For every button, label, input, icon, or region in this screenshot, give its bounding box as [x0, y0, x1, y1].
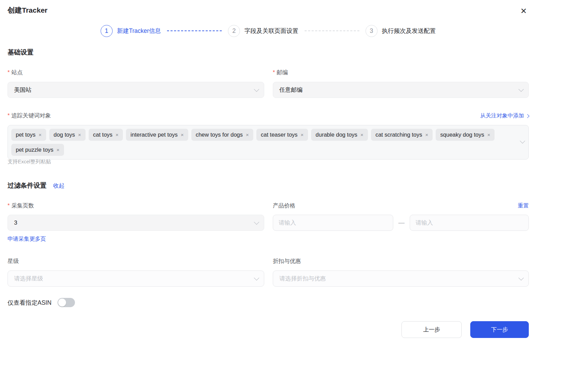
zipcode-select-wrap: 任意邮编 [273, 82, 529, 98]
chevron-down-icon [254, 87, 259, 92]
chevron-down-icon[interactable] [520, 138, 525, 143]
rating-field-label-row: 星级 [8, 257, 264, 265]
pages-select-value: 3 [14, 219, 254, 226]
discount-field-label-row: 折扣与优惠 [273, 257, 529, 265]
step-1-number: 1 [101, 25, 113, 37]
keywords-tag-input[interactable]: pet toys× dog toys× cat toys× interactiv… [8, 125, 529, 160]
keyword-tag: cat toys× [89, 129, 123, 141]
discount-select-wrap: 请选择折扣与优惠 [273, 271, 529, 287]
keyword-tag-label: chew toys for dogs [196, 131, 243, 138]
remove-tag-icon[interactable]: × [56, 147, 60, 152]
collapse-link[interactable]: 收起 [53, 183, 64, 189]
keyword-tag-label: cat teaser toys [261, 131, 297, 138]
keyword-tag: durable dog toys× [311, 129, 368, 141]
remove-tag-icon[interactable]: × [360, 132, 363, 137]
rating-select-placeholder: 请选择星级 [14, 275, 254, 282]
keyword-tag: interactive pet toys× [126, 129, 188, 141]
discount-label: 折扣与优惠 [273, 257, 529, 265]
request-more-pages-link[interactable]: 申请采集更多页 [8, 236, 46, 243]
basic-settings-heading: 基础设置 [8, 48, 34, 57]
add-from-watchlist-link[interactable]: 从关注对象中添加 [480, 112, 529, 120]
site-label: *站点 [8, 69, 264, 76]
keyword-tag: pet puzzle toys× [11, 144, 64, 156]
keyword-tag-label: dog toys [54, 131, 75, 138]
keyword-tag-label: cat scratching toys [375, 131, 422, 138]
price-max-input[interactable] [410, 215, 529, 231]
price-reset-link[interactable]: 重置 [518, 202, 529, 210]
site-select[interactable]: 美国站 [8, 82, 264, 98]
keyword-tag: cat scratching toys× [371, 129, 433, 141]
remove-tag-icon[interactable]: × [116, 132, 119, 137]
excel-paste-hint: 支持Excel整列粘贴 [8, 159, 51, 165]
chevron-right-icon [525, 114, 529, 118]
close-icon[interactable]: ✕ [517, 5, 530, 17]
dialog-footer: 上一步 下一步 [8, 321, 529, 338]
site-select-value: 美国站 [14, 86, 254, 94]
zipcode-field-label-row: *邮编 [273, 69, 529, 76]
chevron-down-icon [254, 219, 259, 225]
price-min-input[interactable] [273, 215, 393, 231]
price-range-wrap: — [273, 215, 529, 231]
pages-select[interactable]: 3 [8, 215, 264, 231]
keyword-tag: pet toys× [11, 129, 46, 141]
step-1: 1 新建Tracker信息 [101, 25, 161, 37]
step-2-number: 2 [228, 25, 240, 37]
asin-toggle-knob [58, 299, 66, 306]
rating-select[interactable]: 请选择星级 [8, 271, 264, 287]
remove-tag-icon[interactable]: × [487, 132, 490, 137]
asin-toggle[interactable] [57, 298, 75, 307]
keyword-tag-label: pet puzzle toys [16, 147, 53, 153]
prev-step-button[interactable]: 上一步 [401, 321, 462, 338]
step-3: 3 执行频次及发送配置 [366, 25, 436, 37]
discount-select-placeholder: 请选择折扣与优惠 [279, 275, 519, 282]
remove-tag-icon[interactable]: × [39, 132, 42, 137]
keywords-label-text: 追踪关键词对象 [11, 112, 51, 118]
keyword-tag-label: durable dog toys [316, 131, 357, 138]
keyword-tag-label: cat toys [93, 131, 113, 138]
zipcode-select[interactable]: 任意邮编 [273, 82, 529, 98]
keyword-tag-label: squeaky dog toys [440, 131, 484, 138]
site-label-text: 站点 [11, 69, 23, 75]
zipcode-label-text: 邮编 [277, 69, 288, 75]
pages-select-wrap: 3 [8, 215, 264, 231]
remove-tag-icon[interactable]: × [78, 132, 81, 137]
keyword-tag: squeaky dog toys× [436, 129, 495, 141]
stepper: 1 新建Tracker信息 2 字段及关联页面设置 3 执行频次及发送配置 [8, 23, 529, 38]
remove-tag-icon[interactable]: × [425, 132, 429, 137]
dialog-title: 创建Tracker [8, 5, 48, 15]
step-3-number: 3 [366, 25, 378, 37]
price-field-label-row: 产品价格 重置 [273, 202, 529, 210]
remove-tag-icon[interactable]: × [301, 132, 304, 137]
keyword-tag: cat teaser toys× [256, 129, 308, 141]
asin-toggle-label: 仅查看指定ASIN [8, 299, 51, 307]
pages-label-text: 采集页数 [11, 202, 34, 209]
keywords-label: *追踪关键词对象 [8, 112, 51, 120]
zipcode-label: *邮编 [273, 69, 529, 76]
remove-tag-icon[interactable]: × [181, 132, 184, 137]
discount-select[interactable]: 请选择折扣与优惠 [273, 271, 529, 287]
chevron-down-icon [254, 275, 259, 281]
required-marker: * [273, 70, 275, 75]
keywords-label-row: *追踪关键词对象 从关注对象中添加 [8, 112, 529, 120]
step-connector-2 [305, 30, 359, 31]
price-label: 产品价格 [273, 202, 295, 210]
add-from-watchlist-label: 从关注对象中添加 [480, 113, 524, 118]
keyword-tag: chew toys for dogs× [191, 129, 253, 141]
remove-tag-icon[interactable]: × [246, 132, 249, 137]
range-separator: — [393, 219, 410, 226]
rating-label: 星级 [8, 257, 264, 265]
filter-settings-heading: 过滤条件设置 收起 [8, 181, 64, 190]
chevron-down-icon [519, 87, 524, 92]
site-select-wrap: 美国站 [8, 82, 264, 98]
asin-toggle-row: 仅查看指定ASIN [8, 298, 75, 307]
step-2: 2 字段及关联页面设置 [228, 25, 298, 37]
required-marker: * [8, 113, 10, 118]
keyword-tag-label: interactive pet toys [130, 131, 178, 138]
filter-settings-heading-text: 过滤条件设置 [8, 182, 47, 189]
step-1-label: 新建Tracker信息 [117, 27, 161, 35]
step-3-label: 执行频次及发送配置 [382, 27, 436, 35]
pages-label: *采集页数 [8, 202, 264, 210]
pages-field-label-row: *采集页数 [8, 202, 264, 210]
create-tracker-dialog: 创建Tracker ✕ 1 新建Tracker信息 2 字段及关联页面设置 3 … [0, 0, 588, 377]
next-step-button[interactable]: 下一步 [470, 321, 529, 338]
